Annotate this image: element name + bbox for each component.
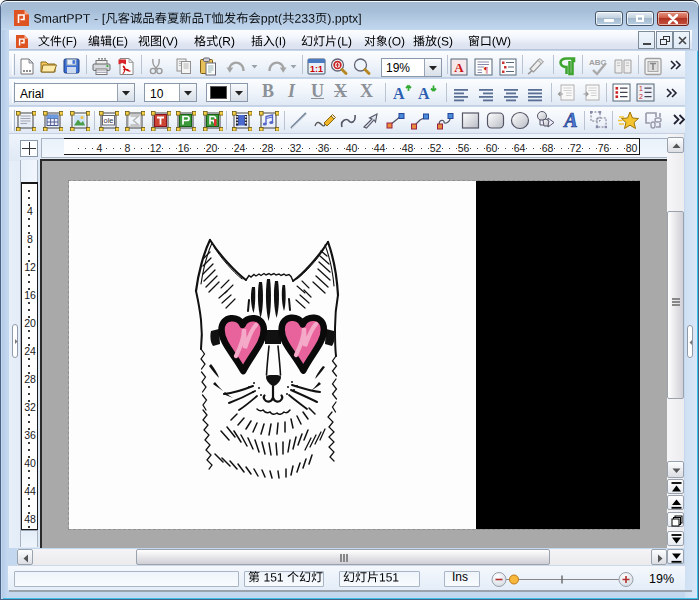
svg-text:A: A (454, 60, 464, 75)
svg-text:1: 1 (639, 85, 643, 92)
svg-text:ole: ole (103, 116, 113, 125)
svg-text:1:1: 1:1 (310, 64, 323, 74)
svg-text:¶: ¶ (484, 65, 488, 75)
svg-text:2: 2 (639, 93, 643, 100)
svg-text:A: A (562, 109, 577, 131)
svg-text:A: A (418, 85, 430, 102)
svg-text:A: A (393, 85, 405, 102)
